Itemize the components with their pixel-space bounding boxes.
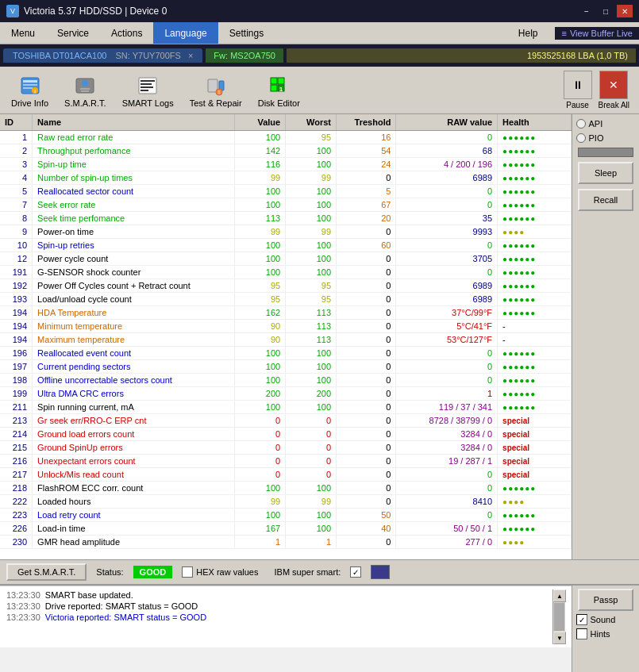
cell-raw: 0: [396, 185, 498, 198]
pause-button[interactable]: ⏸: [564, 71, 592, 99]
table-row[interactable]: 226 Load-in time 167 100 40 50 / 50 / 1 …: [0, 522, 572, 536]
drive-info-button[interactable]: i Drive Info: [3, 69, 56, 112]
cell-name: Loaded hours: [33, 495, 235, 509]
cell-thresh: 0: [337, 401, 396, 414]
table-row[interactable]: 198 Offline uncorrectable sectors count …: [0, 374, 572, 387]
table-row[interactable]: 1 Raw read error rate 100 95 16 0 ●●●●●●: [0, 131, 572, 144]
cell-value: 0: [235, 428, 286, 441]
cell-thresh: 0: [337, 320, 396, 333]
cell-id: 4: [0, 171, 33, 185]
smart-logs-button[interactable]: SMART Logs: [114, 69, 182, 112]
table-row[interactable]: 5 Reallocated sector count 100 100 5 0 ●…: [0, 185, 572, 198]
hex-raw-label: HEX raw values: [196, 567, 258, 577]
cell-worst: 0: [286, 468, 337, 482]
cell-worst: 113: [286, 333, 337, 347]
menu-item-service[interactable]: Service: [46, 22, 100, 44]
pio-radio[interactable]: [576, 133, 586, 143]
log-text: Drive reported: SMART status = GOOD: [45, 601, 198, 611]
table-row[interactable]: 194 HDA Temperature 162 113 0 37°C/99°F …: [0, 306, 572, 320]
cell-raw: 35: [396, 212, 498, 225]
disk-editor-button[interactable]: 1 Disk Editor: [250, 69, 308, 112]
table-row[interactable]: 218 FlashROM ECC corr. count 100 100 0 0…: [0, 482, 572, 495]
table-row[interactable]: 216 Unexpectant errors count 0 0 0 19 / …: [0, 455, 572, 468]
cell-health: ●●●●●●: [498, 401, 572, 414]
table-row[interactable]: 223 Load retry count 100 100 50 0 ●●●●●●: [0, 509, 572, 522]
table-row[interactable]: 199 Ultra DMA CRC errors 200 200 0 1 ●●●…: [0, 387, 572, 401]
get-smart-button[interactable]: Get S.M.A.R.T.: [6, 563, 87, 581]
sleep-button[interactable]: Sleep: [578, 162, 633, 184]
health-dots: ●●●●●●: [502, 282, 536, 290]
table-row[interactable]: 3 Spin-up time 116 100 24 4 / 200 / 196 …: [0, 158, 572, 171]
table-row[interactable]: 211 Spin running current, mA 100 100 0 1…: [0, 401, 572, 414]
col-header-health: Health: [498, 114, 572, 131]
ibm-checkbox[interactable]: [350, 566, 361, 578]
cell-value: 167: [235, 522, 286, 536]
table-row[interactable]: 194 Maximum temperature 90 113 0 53°C/12…: [0, 333, 572, 347]
cell-worst: 200: [286, 387, 337, 401]
device-close-icon[interactable]: ×: [188, 51, 193, 60]
scroll-up-arrow[interactable]: ▲: [553, 589, 566, 602]
cell-raw: 37°C/99°F: [396, 306, 498, 320]
cell-health: ●●●●●●: [498, 293, 572, 306]
smart-table-container[interactable]: ID Name Value Worst Treshold RAW value H…: [0, 114, 572, 559]
cell-value: 100: [235, 252, 286, 266]
table-row[interactable]: 196 Reallocated event count 100 100 0 0 …: [0, 347, 572, 360]
table-row[interactable]: 213 Gr seek err/RRO-C ERP cnt 0 0 0 8728…: [0, 414, 572, 428]
table-row[interactable]: 4 Number of spin-up times 99 99 0 6989 ●…: [0, 171, 572, 185]
table-row[interactable]: 9 Power-on time 99 99 0 9993 ●●●●: [0, 225, 572, 239]
device-tab[interactable]: TOSHIBA DT01ACA100 SN: Y7UY700FS ×: [3, 48, 202, 63]
table-row[interactable]: 214 Ground load errors count 0 0 0 3284 …: [0, 428, 572, 441]
smart-tbody: 1 Raw read error rate 100 95 16 0 ●●●●●●…: [0, 131, 572, 549]
hex-raw-checkbox[interactable]: [182, 566, 193, 578]
cell-value: 100: [235, 185, 286, 198]
cell-worst: 113: [286, 320, 337, 333]
cell-health: special: [498, 414, 572, 428]
cell-health: ●●●●●●: [498, 239, 572, 252]
hints-checkbox[interactable]: [576, 628, 587, 639]
table-row[interactable]: 197 Current pending sectors 100 100 0 0 …: [0, 360, 572, 374]
table-row[interactable]: 192 Power Off Cycles count + Retract cou…: [0, 279, 572, 293]
menu-item-actions[interactable]: Actions: [100, 22, 153, 44]
col-header-raw: RAW value: [396, 114, 498, 131]
menu-item-help[interactable]: Help: [507, 28, 549, 39]
menu-item-settings[interactable]: Settings: [218, 22, 275, 44]
test-repair-button[interactable]: ! Test & Repair: [182, 69, 250, 112]
health-dots: ●●●●●●: [502, 174, 536, 182]
log-text: SMART base updated.: [45, 590, 133, 600]
api-radio[interactable]: [576, 119, 586, 129]
table-row[interactable]: 8 Seek time perfomance 113 100 20 35 ●●●…: [0, 212, 572, 225]
smart-button[interactable]: S.M.A.R.T.: [56, 69, 114, 112]
ibm-btn[interactable]: [371, 565, 390, 579]
log-scrollbar[interactable]: ▲ ▼: [552, 589, 565, 644]
table-row[interactable]: 217 Unlock/Mis read count 0 0 0 0 specia…: [0, 468, 572, 482]
recall-button[interactable]: Recall: [578, 189, 633, 211]
table-row[interactable]: 230 GMR head amplitude 1 1 0 277 / 0 ●●●…: [0, 536, 572, 549]
table-row[interactable]: 191 G-SENSOR shock counter 100 100 0 0 ●…: [0, 266, 572, 279]
scroll-thumb[interactable]: [554, 603, 564, 631]
break-button[interactable]: ✕: [599, 71, 628, 99]
menu-item-language[interactable]: Language: [153, 22, 217, 44]
cell-name: Reallocated sector count: [33, 185, 235, 198]
cell-name: Throughput perfomance: [33, 144, 235, 158]
table-row[interactable]: 7 Seek error rate 100 100 67 0 ●●●●●●: [0, 198, 572, 212]
health-dots: ●●●●: [502, 538, 525, 547]
sound-checkbox[interactable]: ✓: [576, 614, 587, 625]
table-row[interactable]: 194 Minimum temperature 90 113 0 5°C/41°…: [0, 320, 572, 333]
middle-section: ID Name Value Worst Treshold RAW value H…: [0, 114, 639, 559]
passp-button[interactable]: Passp: [578, 589, 633, 611]
table-row[interactable]: 2 Throughput perfomance 142 100 54 68 ●●…: [0, 144, 572, 158]
table-row[interactable]: 10 Spin-up retries 100 100 60 0 ●●●●●●: [0, 239, 572, 252]
viewbuffer-button[interactable]: ≡ View Buffer Live: [555, 27, 639, 40]
test-repair-icon: !: [203, 73, 229, 98]
maximize-button[interactable]: □: [598, 5, 614, 17]
table-row[interactable]: 193 Load/unload cycle count 95 95 0 6989…: [0, 293, 572, 306]
menu-item-menu[interactable]: Menu: [0, 22, 46, 44]
table-row[interactable]: 12 Power cycle count 100 100 0 3705 ●●●●…: [0, 252, 572, 266]
table-row[interactable]: 222 Loaded hours 99 99 0 8410 ●●●●: [0, 495, 572, 509]
table-row[interactable]: 215 Ground SpinUp errors 0 0 0 3284 / 0 …: [0, 441, 572, 455]
cell-value: 100: [235, 347, 286, 360]
minimize-button[interactable]: −: [579, 5, 595, 17]
cell-health: ●●●●●●: [498, 306, 572, 320]
scroll-down-arrow[interactable]: ▼: [553, 632, 566, 644]
close-button[interactable]: ✕: [617, 5, 633, 17]
